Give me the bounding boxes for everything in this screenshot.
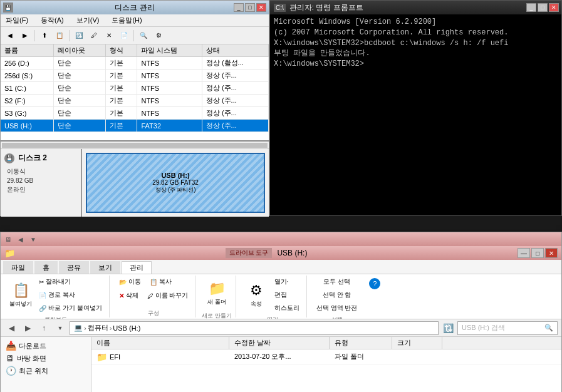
menu-help[interactable]: 도움말(H) [109, 15, 144, 26]
move-to-btn[interactable]: 📂 이동 [116, 276, 144, 288]
recent-locations-btn[interactable]: ▼ [53, 321, 67, 335]
copy-to-btn[interactable]: 📋 복사 [147, 276, 175, 288]
paste-shortcut-btn[interactable]: 🔗 바로 가기 붙여넣기 [36, 302, 105, 314]
organize-row2: ✕ 삭제 🖊 이름 바꾸기 [116, 289, 192, 302]
edit-label: 편집 [274, 291, 287, 299]
delete-btn[interactable]: ✕ 삭제 [116, 289, 142, 302]
paste-btn[interactable]: 📋 붙여넣기 [7, 277, 34, 312]
sidebar-item-recent[interactable]: 🕐 최근 위치 [3, 364, 88, 377]
horizontal-scrollbar[interactable] [2, 143, 268, 148]
sidebar-label-recent: 최근 위치 [19, 366, 48, 376]
drive-volume: S1 (C:) [1, 82, 53, 95]
drive-status: 정상 (주... [202, 107, 268, 120]
partition-status: 정상 (주 파티션) [155, 186, 196, 194]
edit-btn[interactable]: 편집 [271, 289, 303, 301]
sidebar-item-downloads[interactable]: 📥 다운로드 [3, 339, 88, 352]
ribbon-group-organize: 📂 이동 📋 복사 ✕ 삭제 🖊 이름 바꾸기 [112, 276, 196, 317]
bread-usb[interactable]: USB (H:) [113, 324, 140, 332]
show-btn[interactable]: 📋 [53, 29, 66, 43]
explorer-content: 📥 다운로드 🖥 바탕 화면 🕐 최근 위치 이름 수정한 날짜 유형 크기 [1, 337, 561, 392]
paste-label: 붙여넣기 [9, 300, 32, 308]
drive-volume: 256d (S:) [1, 70, 53, 82]
props-btn[interactable]: 🖊 [87, 29, 101, 43]
drive-type: 기본 [105, 95, 137, 107]
ribbon-tabs: 파일 홈 공유 보기 관리 [1, 260, 561, 274]
up-btn[interactable]: ⬆ [38, 29, 51, 43]
menu-action[interactable]: 동작(A) [38, 15, 66, 26]
col-header-type[interactable]: 유형 [330, 337, 392, 349]
qa-back[interactable]: ◀ [16, 234, 26, 244]
ribbon-help-btn[interactable]: ? [369, 278, 380, 289]
open-btn[interactable]: 열기· [271, 276, 303, 288]
table-row[interactable]: S3 (G:) 단순 기본 NTFS 정상 (주... [1, 107, 269, 120]
tab-home[interactable]: 홈 [34, 261, 58, 274]
disk-mgmt-menubar: 파일(F) 동작(A) 보기(V) 도움말(H) [1, 14, 269, 27]
cmd-controls: _ □ ✕ [526, 3, 559, 12]
select-all-btn[interactable]: 모두 선택 [320, 276, 353, 288]
cmd-close-btn[interactable]: ✕ [549, 3, 559, 12]
properties-btn[interactable]: ⚙ 속성 [242, 277, 270, 312]
explorer-min-btn[interactable]: — [518, 248, 530, 258]
table-row[interactable]: 📁 EFI 2013-07-20 오후... 파일 폴더 [91, 349, 561, 364]
table-row[interactable]: 256 (D:) 단순 기본 NTFS 정상 (활성... [1, 57, 269, 70]
col-header-date[interactable]: 수정한 날짜 [229, 337, 330, 349]
tab-manage[interactable]: 관리 [122, 261, 152, 274]
tab-file[interactable]: 파일 [3, 261, 33, 274]
tab-share[interactable]: 공유 [59, 261, 89, 274]
explorer-sidebar: 📥 다운로드 🖥 바탕 화면 🕐 최근 위치 [1, 337, 91, 392]
forward-btn[interactable]: ▶ [18, 29, 32, 43]
explorer-close-btn[interactable]: ✕ [545, 248, 558, 258]
new-folder-btn[interactable]: 📁 새 폴더 [203, 276, 231, 311]
history-btn[interactable]: 히스토리 [271, 302, 303, 314]
explorer-max-btn[interactable]: □ [531, 248, 544, 258]
up-nav-btn[interactable]: ↑ [37, 321, 51, 335]
rename-btn[interactable]: 🖊 이름 바꾸기 [144, 289, 192, 302]
col-type: 형식 [105, 44, 137, 57]
disk-mgmt-min-btn[interactable]: _ [234, 3, 244, 12]
cmd-max-btn[interactable]: □ [538, 3, 548, 12]
disk-mgmt-close-btn[interactable]: ✕ [256, 3, 266, 12]
menu-file[interactable]: 파일(F) [3, 15, 31, 26]
menu-view[interactable]: 보기(V) [74, 15, 102, 26]
rescan-btn[interactable]: 🔃 [72, 29, 86, 43]
refresh-btn[interactable]: 🔃 [441, 321, 455, 335]
cut-btn[interactable]: ✂ 잘라내기 [36, 276, 105, 288]
address-box[interactable]: 💻 › 컴퓨터 › USB (H:) [70, 321, 439, 335]
partition-label: USB (H:) [161, 172, 189, 179]
disk-mgmt-max-btn[interactable]: □ [245, 3, 255, 12]
invert-select-btn[interactable]: 선택 영역 반전 [313, 302, 361, 314]
table-row[interactable]: 256d (S:) 단순 기본 NTFS 정상 (주... [1, 70, 269, 82]
table-row[interactable]: USB (H:) 단순 기본 FAT32 정상 (주... [1, 120, 269, 132]
cmd-min-btn[interactable]: _ [526, 3, 536, 12]
delete-btn[interactable]: ✕ [102, 29, 116, 43]
sidebar-item-desktop[interactable]: 🖥 바탕 화면 [3, 352, 88, 364]
tab-view[interactable]: 보기 [90, 261, 120, 274]
drive-volume: S3 (G:) [1, 107, 53, 120]
back-btn[interactable]: ◀ [3, 29, 17, 43]
cmd-window: C:\ 관리자: 명령 프롬프트 _ □ ✕ Microsoft Windows… [269, 0, 562, 216]
copy-path-btn[interactable]: 📄 경로 복사 [36, 289, 105, 301]
help-btn[interactable]: 🔍 [137, 29, 150, 43]
back-nav-btn[interactable]: ◀ [4, 321, 18, 335]
table-row[interactable]: S2 (F:) 단순 기본 NTFS 정상 (주... [1, 95, 269, 107]
desktop-icon: 🖥 [6, 353, 14, 363]
forward-nav-btn[interactable]: ▶ [21, 321, 34, 335]
col-header-size[interactable]: 크기 [392, 337, 442, 349]
select-none-label: 선택 안 함 [323, 291, 351, 299]
qa-down[interactable]: ▼ [28, 234, 38, 244]
table-row[interactable]: S1 (C:) 단순 기본 NTFS 정상 (주... [1, 82, 269, 95]
format-btn[interactable]: 📄 [117, 29, 131, 43]
file-type: 파일 폴더 [335, 352, 364, 361]
select-none-btn[interactable]: 선택 안 함 [320, 289, 355, 301]
cmd-content[interactable]: Microsoft Windows [Version 6.2.9200](c) … [270, 14, 561, 215]
extra-btn[interactable]: ⚙ [152, 29, 165, 43]
sidebar-label-desktop: 바탕 화면 [17, 354, 46, 363]
bread-computer[interactable]: 컴퓨터 [88, 323, 108, 333]
move-to-label: 이동 [128, 277, 141, 286]
search-box[interactable]: USB (H:) 검색 🔍 [457, 321, 558, 335]
col-header-name[interactable]: 이름 [91, 337, 229, 349]
col-status: 상태 [202, 44, 268, 57]
sidebar-label-downloads: 다운로드 [19, 341, 46, 351]
usb-partition-block[interactable]: USB (H:) 29.82 GB FAT32 정상 (주 파티션) [86, 153, 265, 213]
disk-mgmt-controls: _ □ ✕ [234, 3, 266, 12]
